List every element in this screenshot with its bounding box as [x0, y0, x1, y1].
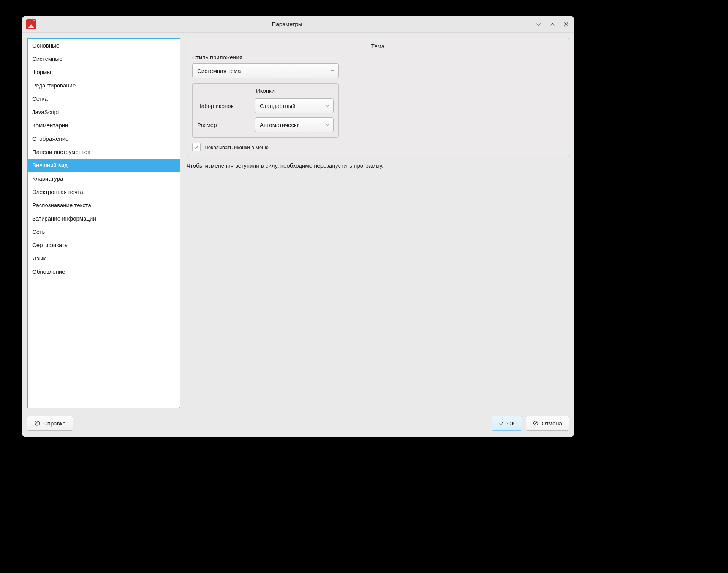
sidebar-item-email[interactable]: Электронная почта — [28, 185, 180, 198]
app-icon — [26, 19, 36, 29]
sidebar-item-ocr[interactable]: Распознавание текста — [28, 198, 180, 212]
sidebar-item-editing[interactable]: Редактирование — [28, 79, 180, 92]
svg-point-1 — [36, 422, 38, 424]
icon-set-select[interactable]: Стандартный — [255, 98, 334, 113]
content-area: Основные Системные Формы Редактирование … — [22, 33, 574, 414]
window-title: Параметры — [39, 21, 535, 27]
icon-set-value: Стандартный — [260, 103, 296, 109]
show-icons-checkbox[interactable] — [192, 143, 201, 151]
main-panel: Тема Стиль приложения Системная тема Ико… — [187, 38, 569, 408]
sidebar-item-forms[interactable]: Формы — [28, 65, 180, 79]
sidebar-item-comments[interactable]: Комментарии — [28, 119, 180, 132]
chevron-down-icon — [536, 21, 542, 27]
sidebar-item-redaction[interactable]: Затирание информации — [28, 212, 180, 225]
sidebar-item-keyboard[interactable]: Клавиатура — [28, 172, 180, 185]
icons-group-title: Иконки — [197, 87, 334, 94]
cancel-icon — [533, 421, 538, 426]
sidebar-item-javascript[interactable]: JavaScript — [28, 105, 180, 119]
settings-sidebar: Основные Системные Формы Редактирование … — [27, 38, 180, 408]
sidebar-item-general[interactable]: Основные — [28, 39, 180, 52]
icon-size-value: Автоматически — [260, 122, 300, 128]
check-icon — [499, 421, 504, 426]
sidebar-item-grid[interactable]: Сетка — [28, 92, 180, 105]
help-label: Справка — [43, 420, 66, 427]
icons-group: Иконки Набор иконок Стандартный Размер — [192, 83, 339, 138]
app-style-select[interactable]: Системная тема — [192, 63, 339, 78]
cancel-button[interactable]: Отмена — [526, 416, 569, 431]
sidebar-item-update[interactable]: Обновление — [28, 265, 180, 278]
app-style-label: Стиль приложения — [192, 54, 563, 60]
chevron-down-icon — [325, 103, 329, 108]
restart-note: Чтобы изменения вступили в силу, необход… — [187, 162, 569, 169]
icon-size-select[interactable]: Автоматически — [255, 117, 334, 132]
chevron-down-icon — [330, 68, 334, 73]
footer: Справка ОК Отмена — [22, 414, 574, 437]
cancel-label: Отмена — [541, 420, 562, 427]
icon-set-label: Набор иконок — [197, 103, 250, 109]
sidebar-item-appearance[interactable]: Внешний вид — [28, 159, 180, 172]
sidebar-item-display[interactable]: Отображение — [28, 132, 180, 145]
window-controls — [535, 21, 570, 28]
titlebar: Параметры — [22, 16, 574, 33]
theme-group: Тема Стиль приложения Системная тема Ико… — [187, 38, 569, 157]
sidebar-item-system[interactable]: Системные — [28, 52, 180, 65]
minimize-button[interactable] — [535, 21, 543, 28]
maximize-button[interactable] — [549, 21, 556, 28]
close-button[interactable] — [562, 21, 570, 28]
ok-label: ОК — [507, 420, 515, 427]
ok-button[interactable]: ОК — [492, 416, 522, 431]
sidebar-item-certificates[interactable]: Сертификаты — [28, 238, 180, 252]
sidebar-item-language[interactable]: Язык — [28, 252, 180, 265]
app-style-value: Системная тема — [197, 68, 241, 74]
chevron-down-icon — [325, 122, 329, 127]
show-icons-label: Показывать иконки в меню — [204, 144, 269, 150]
sidebar-item-network[interactable]: Сеть — [28, 225, 180, 238]
show-icons-row: Показывать иконки в меню — [192, 143, 563, 151]
help-button[interactable]: Справка — [27, 416, 73, 431]
close-icon — [563, 21, 569, 27]
sidebar-item-toolbars[interactable]: Панели инструментов — [28, 145, 180, 159]
settings-window: Параметры Основные Системные Формы Редак… — [22, 16, 574, 437]
chevron-up-icon — [549, 21, 555, 27]
check-icon — [193, 144, 199, 150]
help-icon — [34, 420, 40, 426]
icon-size-label: Размер — [197, 122, 250, 128]
theme-group-title: Тема — [192, 43, 563, 49]
